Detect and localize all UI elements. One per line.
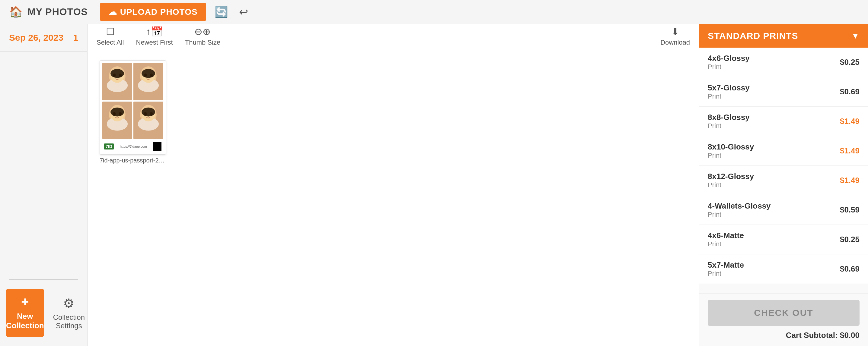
print-name: 4x6-Glossy (708, 54, 750, 63)
print-type: Print (708, 93, 750, 100)
print-price: $0.69 (840, 264, 860, 274)
print-price: $0.69 (840, 87, 860, 97)
thumb-size-label: Thumb Size (185, 39, 220, 46)
photo-count: 1 (73, 33, 78, 43)
print-info: 4x6-Matte Print (708, 231, 744, 248)
print-item[interactable]: 5x7-Matte Print $0.69 (699, 254, 868, 284)
passport-photo-3 (102, 102, 132, 139)
print-price: $1.49 (840, 117, 860, 126)
top-bar: 🏠 MY PHOTOS ☁ UPLOAD PHOTOS 🔄 ↩ (0, 0, 868, 24)
gear-icon: ⚙ (63, 296, 74, 311)
newest-first-label: Newest First (136, 39, 173, 46)
photo-filename: 7id-app-us-passport-2023-09... (100, 157, 166, 164)
footer-url: https://7idapp.com (120, 145, 147, 148)
photo-item[interactable]: 7ID https://7idapp.com 7id-app-us-passpo… (100, 60, 166, 164)
download-button[interactable]: ⬇ Download (660, 26, 690, 46)
svg-point-26 (111, 108, 124, 117)
refresh-button[interactable]: 🔄 (212, 3, 230, 21)
refresh-icon: 🔄 (215, 6, 228, 18)
toolbar: ☐ Select All ↑📅 Newest First ⊖⊕ Thumb Si… (88, 24, 699, 48)
print-type: Print (708, 270, 744, 278)
my-photos-label: MY PHOTOS (28, 6, 88, 18)
print-item[interactable]: 5x7-Glossy Print $0.69 (699, 77, 868, 107)
upload-cloud-icon: ☁ (108, 7, 117, 17)
print-item[interactable]: 4x6-Glossy Print $0.25 (699, 47, 868, 77)
qr-code (153, 142, 161, 151)
print-name: 8x10-Glossy (708, 142, 754, 151)
print-type: Print (708, 151, 754, 160)
main-content: ☐ Select All ↑📅 Newest First ⊖⊕ Thumb Si… (88, 24, 699, 346)
passport-photo-2 (133, 63, 163, 100)
select-all-label: Select All (97, 39, 124, 46)
thumb-size-icon: ⊖⊕ (194, 26, 211, 37)
select-all-button[interactable]: ☐ Select All (97, 26, 124, 46)
date-label: Sep 26, 2023 (9, 33, 63, 43)
chevron-down-icon: ▼ (851, 31, 860, 41)
print-item[interactable]: 8x12-Glossy Print $1.49 (699, 166, 868, 195)
print-name: 5x7-Glossy (708, 83, 750, 93)
sidebar-spacer (0, 51, 87, 279)
upload-label: UPLOAD PHOTOS (120, 7, 198, 17)
print-info: 8x8-Glossy Print (708, 113, 750, 130)
print-type: Print (708, 122, 750, 130)
svg-point-35 (142, 108, 155, 117)
passport-photo-1 (102, 63, 132, 100)
standard-prints-label: STANDARD PRINTS (708, 31, 798, 41)
collection-settings-button[interactable]: ⚙ Collection Settings (53, 296, 85, 330)
print-name: 8x12-Glossy (708, 172, 754, 181)
print-item[interactable]: 4-Wallets-Glossy Print $0.59 (699, 195, 868, 225)
print-name: 8x8-Glossy (708, 113, 750, 122)
photo-footer: 7ID https://7idapp.com (102, 141, 163, 152)
download-icon: ⬇ (671, 26, 679, 37)
passport-photo-grid (102, 63, 163, 139)
download-label: Download (660, 39, 690, 46)
checkout-button[interactable]: CHECK OUT (708, 300, 860, 326)
print-info: 8x10-Glossy Print (708, 142, 754, 160)
photo-thumbnail: 7ID https://7idapp.com (100, 60, 166, 154)
print-type: Print (708, 211, 771, 218)
share-button[interactable]: ↩ (237, 3, 250, 21)
standard-prints-header[interactable]: STANDARD PRINTS ▼ (699, 24, 868, 47)
svg-point-8 (111, 69, 124, 78)
print-type: Print (708, 240, 744, 248)
prints-list: 4x6-Glossy Print $0.25 5x7-Glossy Print … (699, 47, 868, 293)
print-item[interactable]: 8x10-Glossy Print $1.49 (699, 136, 868, 166)
collection-settings-label: Collection Settings (53, 313, 85, 330)
passport-photo-4 (133, 102, 163, 139)
checkbox-icon: ☐ (106, 26, 115, 37)
print-price: $1.49 (840, 146, 860, 155)
print-name: 4-Wallets-Glossy (708, 201, 771, 211)
newest-first-button[interactable]: ↑📅 Newest First (136, 26, 173, 46)
svg-point-17 (142, 69, 155, 78)
print-price: $0.25 (840, 58, 860, 67)
plus-icon: + (21, 296, 29, 309)
sidebar-bottom: + New Collection ⚙ Collection Settings (0, 280, 87, 346)
cart-subtotal: Cart Subtotal: $0.00 (708, 331, 860, 340)
thumb-size-button[interactable]: ⊖⊕ Thumb Size (185, 26, 220, 46)
print-price: $1.49 (840, 176, 860, 185)
print-price: $0.25 (840, 235, 860, 244)
print-info: 8x12-Glossy Print (708, 172, 754, 189)
sort-icon: ↑📅 (146, 26, 163, 37)
print-type: Print (708, 63, 750, 71)
left-sidebar: Sep 26, 2023 1 + New Collection ⚙ Collec… (0, 24, 88, 346)
brand-logo: 7ID (104, 143, 114, 149)
print-price: $0.59 (840, 205, 860, 215)
print-name: 5x7-Matte (708, 261, 744, 270)
print-name: 4x6-Matte (708, 231, 744, 240)
print-info: 5x7-Glossy Print (708, 83, 750, 100)
print-item[interactable]: 8x8-Glossy Print $1.49 (699, 107, 868, 136)
print-type: Print (708, 181, 754, 189)
upload-photos-button[interactable]: ☁ UPLOAD PHOTOS (100, 3, 206, 21)
right-panel: STANDARD PRINTS ▼ 4x6-Glossy Print $0.25… (699, 24, 868, 346)
print-info: 5x7-Matte Print (708, 261, 744, 278)
new-collection-button[interactable]: + New Collection (6, 289, 44, 337)
print-info: 4x6-Glossy Print (708, 54, 750, 71)
share-icon: ↩ (239, 6, 248, 18)
print-info: 4-Wallets-Glossy Print (708, 201, 771, 218)
print-item[interactable]: 4x6-Matte Print $0.25 (699, 225, 868, 254)
new-collection-label: New Collection (6, 312, 44, 330)
checkout-section: CHECK OUT Cart Subtotal: $0.00 (699, 293, 868, 346)
date-section: Sep 26, 2023 1 (0, 24, 87, 51)
my-photos-section: 🏠 MY PHOTOS (9, 6, 88, 19)
